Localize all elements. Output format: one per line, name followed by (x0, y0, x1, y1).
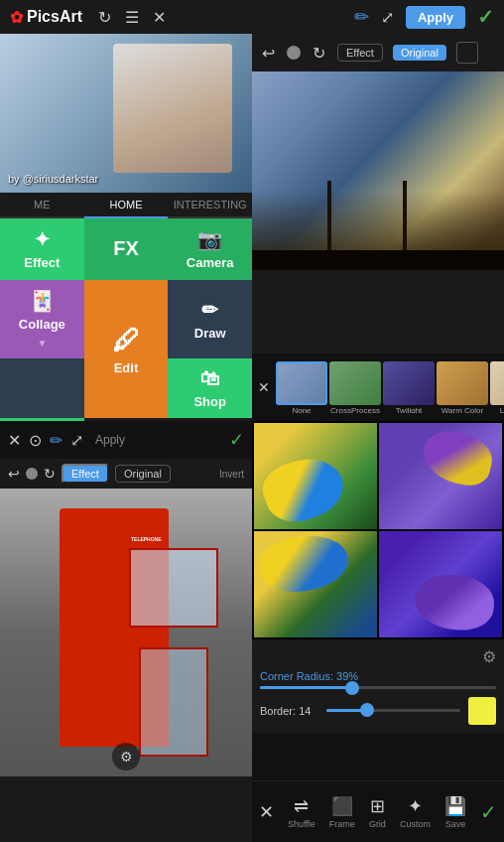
main-photo (252, 71, 504, 270)
hero-image: by @siriusdarkstar (0, 34, 252, 193)
top-bar-left: ✿ PicsArt ↻ ☰ ✕ (10, 8, 166, 27)
redo-button[interactable]: ↻ (311, 42, 327, 65)
corner-radius-label: Corner Radius: 39% (260, 670, 496, 682)
corner-radius-row: Corner Radius: 39% (260, 670, 496, 689)
move-edit-icon[interactable]: ⤢ (70, 431, 83, 450)
menu-item-draw[interactable]: ✏ Draw (168, 280, 252, 358)
collage-close-button[interactable]: ✕ (259, 801, 274, 823)
undo-edit-button[interactable]: ↩ (8, 466, 20, 482)
border-color-swatch[interactable] (468, 697, 496, 725)
filter-warmcolor[interactable]: Warm Color (437, 361, 488, 413)
app-logo: ✿ PicsArt (10, 8, 82, 27)
filter-crossprocess[interactable]: CrossProcess (329, 361, 381, 413)
collage-cell-3[interactable] (254, 531, 377, 637)
left-panel-top: by @siriusdarkstar ME HOME INTERESTING ✦… (0, 34, 252, 421)
invert-button[interactable]: Invert (219, 469, 244, 480)
square-button[interactable] (456, 42, 478, 64)
filter-close-button[interactable]: ✕ (252, 379, 276, 395)
app-name: PicsArt (27, 8, 82, 26)
fx-icon: FX (113, 237, 139, 260)
collage-check-button[interactable]: ✓ (480, 800, 497, 824)
menu-grid: ✦ Effect FX 📷 Camera 🃏 Collage ▼ 🖊 Edit … (0, 218, 252, 437)
top-bar: ✿ PicsArt ↻ ☰ ✕ ✏ ⤢ Apply ✓ (0, 0, 504, 34)
collage-controls: ⚙ Corner Radius: 39% Border: 14 (252, 639, 504, 733)
border-label: Border: 14 (260, 705, 311, 717)
collage-tool-custom[interactable]: ✦ Custom (400, 795, 431, 829)
effect-button[interactable]: Effect (337, 44, 383, 62)
undo-button[interactable]: ↩ (260, 42, 277, 65)
menu-shop-label: Shop (193, 394, 226, 409)
border-row: Border: 14 (260, 697, 496, 725)
close-icon[interactable]: ✕ (153, 8, 166, 27)
collage-tool-save[interactable]: 💾 Save (444, 795, 466, 829)
check-edit-button[interactable]: ✓ (229, 429, 244, 451)
tab-interesting[interactable]: INTERESTING (168, 193, 252, 216)
menu-edit-label: Edit (114, 360, 139, 375)
phone-box-door (139, 647, 208, 757)
collage-icon: 🃏 (30, 289, 55, 313)
close-edit-button[interactable]: ✕ (8, 431, 21, 450)
edit-icon: 🖊 (112, 324, 140, 356)
menu-item-empty1 (0, 358, 84, 419)
grid-icon: ⊞ (370, 795, 385, 817)
phone-box-photo: TELEPHONE ⚙ (0, 489, 252, 776)
collage-gear-button[interactable]: ⚙ (482, 647, 496, 666)
collage-tool-frame[interactable]: ⬛ Frame (329, 795, 355, 829)
nav-tabs: ME HOME INTERESTING (0, 193, 252, 218)
tab-me[interactable]: ME (0, 193, 84, 216)
move-icon[interactable]: ⤢ (381, 8, 394, 27)
shuffle-icon: ⇌ (294, 795, 309, 817)
menu-item-edit[interactable]: 🖊 Edit (84, 280, 169, 419)
collage-cell-1[interactable] (254, 423, 377, 529)
menu-collage-label: Collage (19, 317, 65, 332)
collage-toolbar: ✕ ⇌ Shuffle ⬛ Frame ⊞ Grid ✦ Custom 💾 Sa… (252, 780, 504, 842)
collage-cell-2[interactable] (379, 423, 502, 529)
refresh-icon[interactable]: ↻ (98, 8, 111, 27)
gear-overlay-button[interactable]: ⚙ (112, 743, 140, 771)
refresh-edit-button[interactable]: ↻ (44, 466, 56, 482)
effect-bar: ↩ ↻ Effect Original Invert (0, 459, 252, 489)
hero-attribution: by @siriusdarkstar (8, 173, 98, 185)
filter-twilight[interactable]: Twilight (383, 361, 435, 413)
filter-lightcro[interactable]: Light Cro (490, 361, 504, 413)
custom-icon: ✦ (408, 795, 423, 817)
phone-box: TELEPHONE (60, 508, 169, 747)
gear-row: ⚙ (260, 647, 496, 670)
dot-edit-button[interactable] (26, 468, 38, 480)
check-button[interactable]: ✓ (477, 5, 494, 29)
pen-edit-icon[interactable]: ✏ (50, 431, 63, 450)
camera-edit-icon[interactable]: ⊙ (29, 431, 42, 450)
effect-active-button[interactable]: Effect (62, 464, 109, 484)
apply-label[interactable]: Apply (95, 433, 125, 447)
menu-item-shop[interactable]: 🛍 Shop (168, 358, 252, 419)
original-inactive-button[interactable]: Original (115, 465, 171, 483)
menu-draw-label: Draw (194, 326, 226, 341)
menu-item-fx[interactable]: FX (84, 218, 169, 280)
corner-radius-track[interactable] (260, 686, 496, 689)
filter-strip-top: ✕ None CrossProcess Twilight Warm Color … (252, 353, 504, 421)
collage-area (252, 421, 504, 639)
tab-home[interactable]: HOME (84, 193, 169, 218)
collage-tool-shuffle[interactable]: ⇌ Shuffle (288, 795, 315, 829)
phone-box-window (129, 548, 218, 628)
draw-icon: ✏ (201, 298, 218, 322)
top-bar-icons: ↻ ☰ ✕ (98, 8, 166, 27)
menu-item-camera[interactable]: 📷 Camera (168, 218, 252, 280)
pen-icon[interactable]: ✏ (354, 6, 369, 28)
save-icon: 💾 (444, 795, 466, 817)
menu-item-effect[interactable]: ✦ Effect (0, 218, 84, 280)
effect-icon: ✦ (34, 227, 51, 251)
menu-icon[interactable]: ☰ (125, 8, 139, 27)
shop-icon: 🛍 (200, 367, 220, 390)
filter-none[interactable]: None (276, 361, 327, 413)
frame-icon: ⬛ (331, 795, 353, 817)
border-track[interactable] (326, 709, 460, 712)
menu-item-collage[interactable]: 🃏 Collage ▼ (0, 280, 84, 358)
collage-tool-grid[interactable]: ⊞ Grid (369, 795, 386, 829)
original-button[interactable]: Original (393, 45, 446, 61)
dot-button[interactable] (287, 46, 301, 60)
apply-button[interactable]: Apply (406, 6, 465, 29)
edit-toolbar: ✕ ⊙ ✏ ⤢ Apply ✓ (0, 421, 252, 459)
camera-icon: 📷 (197, 227, 222, 251)
collage-cell-4[interactable] (379, 531, 502, 637)
